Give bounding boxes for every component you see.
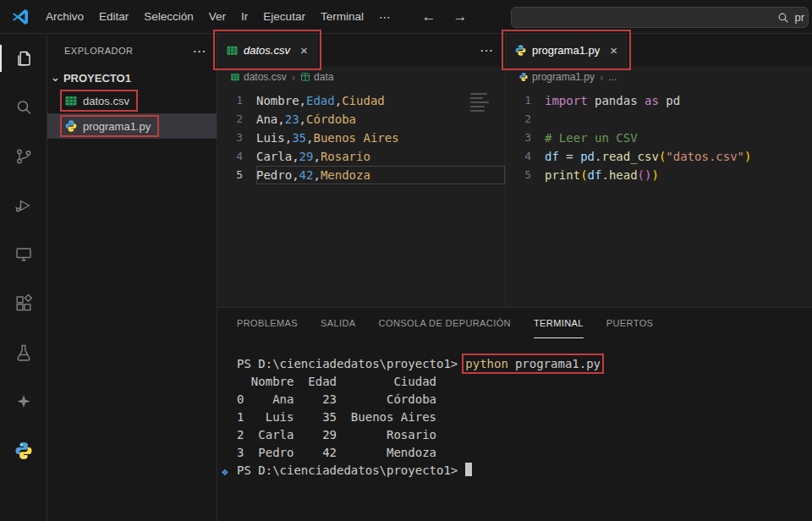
file-label: programa1.py (83, 120, 151, 133)
terminal-prompt: PS D:\cienciadedatos\proyecto1> (237, 357, 458, 370)
panel-tab[interactable]: PROBLEMAS (237, 308, 298, 338)
menubar-item[interactable]: Archivo (38, 0, 91, 33)
line-number: 2 (506, 110, 545, 129)
search-icon (777, 12, 789, 24)
line-number: 4 (506, 147, 545, 166)
minimap[interactable] (470, 93, 494, 112)
panel-tab[interactable]: CONSOLA DE DEPURACIÓN (379, 308, 511, 338)
breadcrumb-file[interactable]: programa1.py (518, 71, 595, 83)
code-line: 1Nombre,Edad,Ciudad (217, 91, 505, 110)
menubar-item[interactable]: ⋯ (371, 0, 398, 33)
activity-remote-explorer[interactable] (0, 230, 47, 279)
tab-close-icon[interactable]: × (300, 43, 308, 58)
sparkle-icon (14, 392, 33, 411)
folder-proyecto1[interactable]: ⌄ PROYECTO1 (47, 68, 217, 88)
nav-arrows: ← → (421, 8, 467, 25)
activity-run-debug[interactable] (0, 181, 47, 230)
search-icon (14, 97, 34, 118)
git-branch-icon (14, 146, 34, 167)
python-file-icon (514, 44, 527, 57)
tab-label: programa1.py (532, 44, 600, 57)
code-line: 2Ana,23,Córdoba (217, 110, 505, 129)
editor-group-left: datos.csv × ⋯ datos.csv › data (217, 34, 505, 307)
vscode-logo-icon (11, 8, 30, 26)
line-number: 4 (217, 147, 256, 166)
tab-close-icon[interactable]: × (610, 43, 617, 58)
tab-programa1-py[interactable]: programa1.py × (506, 34, 627, 66)
line-number: 1 (217, 91, 256, 110)
terminal-command-line: PS D:\cienciadedatos\proyecto1>pythonpro… (237, 355, 807, 373)
terminal-prompt-line: ❖PS D:\cienciadedatos\proyecto1> (237, 462, 807, 480)
line-number: 5 (217, 166, 256, 184)
titlebar: ArchivoEditarSelecciónVerIrEjecutarTermi… (0, 0, 812, 34)
terminal-command: pythonprograma1.py (465, 357, 601, 370)
vscode-window: ArchivoEditarSelecciónVerIrEjecutarTermi… (0, 0, 812, 521)
editor-actions-more[interactable]: ⋯ (480, 42, 505, 58)
terminal-line: 3 Pedro 42 Mendoza (237, 444, 807, 462)
files-icon (14, 48, 34, 69)
activity-source-control[interactable] (0, 132, 47, 181)
terminal-cursor (465, 463, 472, 476)
activity-explorer[interactable] (0, 34, 47, 83)
activity-extensions[interactable] (0, 279, 47, 328)
line-number: 3 (506, 129, 545, 147)
panel-tabs: PROBLEMASSALIDACONSOLA DE DEPURACIÓNTERM… (217, 308, 812, 338)
nav-back-icon[interactable]: ← (421, 8, 436, 25)
activity-testing[interactable] (0, 328, 47, 377)
editor-group-right: programa1.py × programa1.py › ... 1impor… (505, 34, 812, 307)
terminal[interactable]: PS D:\cienciadedatos\proyecto1>pythonpro… (237, 355, 807, 480)
file-label: datos.csv (83, 95, 129, 107)
breadcrumb-symbol[interactable]: data (300, 71, 333, 83)
beaker-icon (14, 343, 34, 363)
code-line: 2 (506, 110, 812, 129)
menubar-item[interactable]: Ver (201, 0, 233, 33)
menubar-item[interactable]: Selección (136, 0, 201, 33)
terminal-line: Nombre Edad Ciudad (237, 373, 807, 391)
activity-python[interactable] (0, 426, 47, 475)
nav-forward-icon[interactable]: → (453, 8, 467, 25)
breadcrumb-symbol[interactable]: ... (608, 71, 617, 83)
menubar-item[interactable]: Ir (233, 0, 255, 33)
menubar-item[interactable]: Editar (91, 0, 136, 33)
breadcrumb-separator: › (600, 71, 603, 84)
activity-copilot-chat[interactable] (0, 377, 47, 426)
code-line: 3Luis,35,Buenos Aires (217, 129, 505, 147)
python-file-icon (518, 72, 529, 82)
monitor-icon (14, 244, 34, 265)
code-line: 1import pandas as pd (506, 91, 812, 110)
code-editor-csv[interactable]: 1Nombre,Edad,Ciudad2Ana,23,Córdoba3Luis,… (217, 88, 505, 307)
line-number: 1 (506, 91, 545, 110)
tab-datos-csv[interactable]: datos.csv × (217, 34, 317, 66)
panel-tab[interactable]: SALIDA (321, 308, 356, 338)
python-icon (14, 441, 34, 461)
extensions-icon (14, 293, 34, 314)
sidebar-more-actions[interactable]: ⋯ (193, 43, 207, 59)
breadcrumb-separator: › (292, 71, 295, 84)
panel-tab[interactable]: PUERTOS (606, 308, 654, 338)
command-center-search[interactable]: pr (511, 7, 809, 28)
chevron-down-icon: ⌄ (51, 74, 60, 82)
code-line: 4Carla,29,Rosario (217, 147, 505, 166)
menubar-item[interactable]: Terminal (313, 0, 371, 33)
breadcrumb-file[interactable]: datos.csv (230, 71, 287, 83)
explorer-sidebar: EXPLORADOR ⋯ ⌄ PROYECTO1 datos.csv progr… (47, 34, 217, 521)
breadcrumb: datos.csv › data (217, 66, 505, 88)
file-item-datos-csv[interactable]: datos.csv (47, 88, 217, 113)
file-item-programa1-py[interactable]: programa1.py (47, 113, 217, 139)
activity-search[interactable] (0, 83, 47, 132)
folder-label: PROYECTO1 (63, 72, 131, 85)
line-number: 2 (217, 110, 256, 129)
search-text: pr (794, 11, 804, 24)
terminal-line: 0 Ana 23 Córdoba (237, 391, 807, 409)
terminal-line: 2 Carla 29 Rosario (237, 426, 807, 444)
csv-file-icon (226, 44, 239, 57)
menubar-item[interactable]: Ejecutar (255, 0, 313, 33)
code-editor-python[interactable]: 1import pandas as pd23# Leer un CSV4df =… (506, 88, 812, 307)
shell-integration-icon: ❖ (222, 463, 228, 480)
sidebar-title: EXPLORADOR (64, 46, 133, 56)
terminal-output: Nombre Edad Ciudad0 Ana 23 Córdoba1 Luis… (237, 373, 807, 462)
line-number: 5 (506, 166, 545, 184)
panel-tab[interactable]: TERMINAL (534, 308, 584, 338)
csv-file-icon (64, 94, 78, 107)
code-line: 4df = pd.read_csv("datos.csv") (506, 147, 812, 166)
